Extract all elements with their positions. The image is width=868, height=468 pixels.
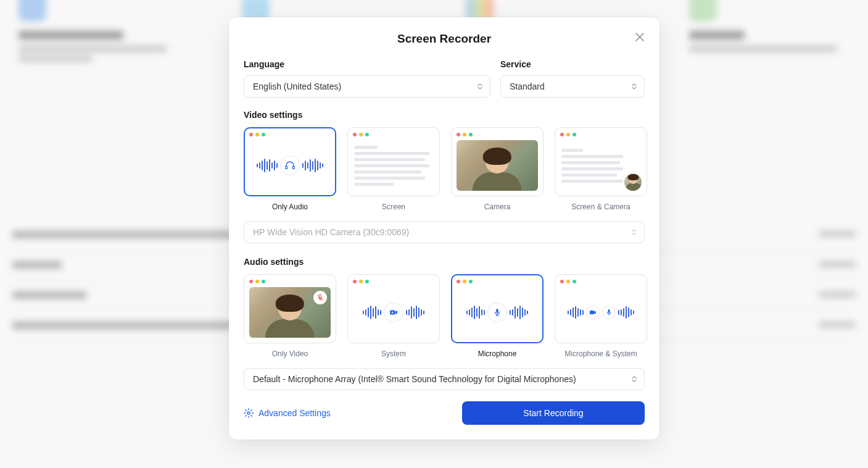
select-caret-icon	[632, 83, 637, 90]
option-microphone-system[interactable]: Microphone & System	[555, 274, 647, 358]
screen-recorder-modal: Screen Recorder Language English (United…	[229, 17, 659, 440]
camera-device-value: HP Wide Vision HD Camera (30c9:0069)	[253, 227, 409, 237]
microphone-device-select[interactable]: Default - Microphone Array (Intel® Smart…	[244, 368, 645, 390]
video-icon	[384, 303, 403, 322]
video-icon	[586, 306, 600, 319]
svg-rect-1	[496, 309, 498, 313]
select-caret-icon	[632, 229, 637, 235]
svg-rect-2	[590, 311, 594, 314]
pip-camera-icon	[623, 172, 643, 192]
option-system[interactable]: System	[347, 274, 440, 358]
language-field: Language English (United States)	[244, 59, 490, 98]
microphone-device-value: Default - Microphone Array (Intel® Smart…	[253, 374, 576, 384]
option-screen-camera[interactable]: Screen & Camera	[555, 127, 647, 211]
svg-point-4	[247, 412, 250, 414]
select-caret-icon	[632, 376, 637, 382]
option-screen[interactable]: Screen	[347, 127, 440, 211]
video-settings-label: Video settings	[244, 110, 645, 120]
gear-icon	[244, 408, 254, 418]
headphones-icon	[280, 156, 300, 175]
service-value: Standard	[510, 81, 545, 91]
advanced-settings-label: Advanced Settings	[258, 408, 331, 418]
microphone-icon	[487, 303, 507, 322]
option-camera[interactable]: Camera	[451, 127, 544, 211]
service-select[interactable]: Standard	[500, 75, 645, 98]
option-label: Camera	[451, 203, 544, 211]
option-label: Only Audio	[244, 203, 336, 211]
option-only-video[interactable]: Only Video	[244, 274, 336, 358]
start-recording-button[interactable]: Start Recording	[462, 401, 645, 425]
waveform-icon	[249, 140, 331, 191]
service-label: Service	[500, 59, 645, 69]
language-value: English (United States)	[253, 81, 341, 91]
microphone-icon	[602, 306, 616, 319]
camera-preview-icon	[457, 140, 538, 191]
option-only-audio[interactable]: Only Audio	[244, 127, 336, 211]
waveform-icon	[560, 287, 642, 338]
camera-preview-icon	[249, 287, 331, 338]
mic-muted-icon	[313, 291, 327, 304]
document-icon	[353, 140, 434, 191]
svg-rect-3	[608, 309, 610, 313]
option-label: System	[347, 349, 440, 358]
language-select[interactable]: English (United States)	[244, 75, 490, 98]
language-label: Language	[244, 59, 490, 69]
close-button[interactable]	[632, 30, 647, 44]
option-label: Screen & Camera	[555, 203, 647, 211]
modal-title: Screen Recorder	[244, 32, 645, 46]
video-options: Only Audio Screen	[244, 127, 645, 211]
option-label: Only Video	[244, 349, 336, 358]
camera-device-select[interactable]: HP Wide Vision HD Camera (30c9:0069)	[244, 221, 645, 243]
waveform-icon	[457, 287, 538, 338]
option-label: Microphone	[451, 349, 544, 358]
waveform-icon	[353, 287, 434, 338]
option-microphone[interactable]: Microphone	[451, 274, 544, 358]
service-field: Service Standard	[500, 59, 645, 98]
audio-options: Only Video System	[244, 274, 645, 358]
audio-settings-label: Audio settings	[244, 257, 645, 267]
close-icon	[635, 33, 644, 41]
option-label: Microphone & System	[555, 349, 647, 358]
option-label: Screen	[347, 203, 440, 211]
select-caret-icon	[477, 83, 482, 90]
advanced-settings-link[interactable]: Advanced Settings	[244, 408, 331, 418]
